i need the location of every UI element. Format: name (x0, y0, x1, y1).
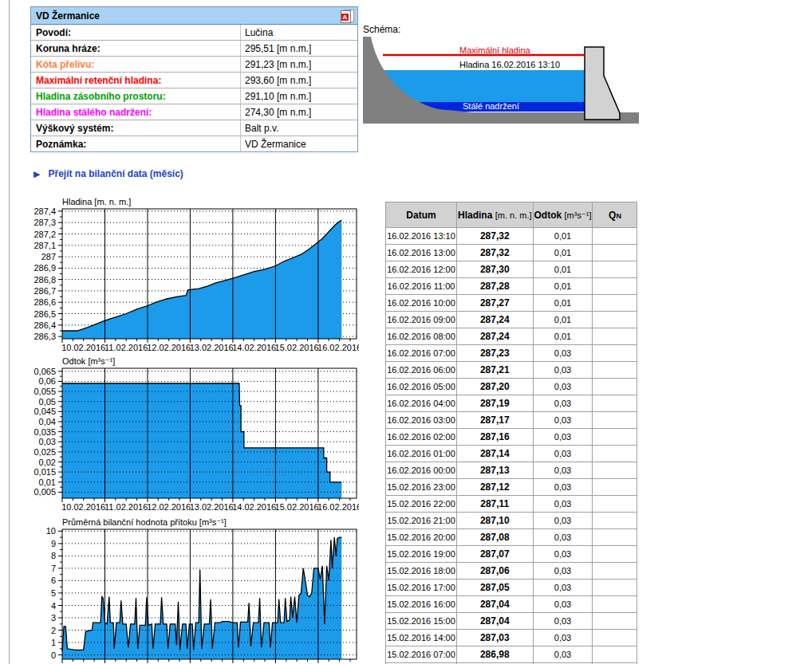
info-panel: VD Žermanice A Povodí: Lučina Koruna hrá… (30, 6, 358, 152)
svg-text:15.02.2016: 15.02.2016 (275, 343, 319, 352)
table-row: 15.02.2016 20:00 287,08 0,03 (386, 529, 637, 546)
table-row: 16.02.2016 12:00 287,30 0,01 (386, 261, 637, 278)
svg-text:0,04: 0,04 (39, 417, 56, 426)
current-level-label: Hladina 16.02.2016 13:10 (459, 60, 560, 69)
table-row: 15.02.2016 17:00 287,05 0,03 (386, 580, 637, 596)
svg-text:286,4: 286,4 (34, 320, 56, 330)
svg-text:0,045: 0,045 (34, 407, 56, 416)
info-value: 274,30 [m n.m.] (241, 107, 357, 118)
info-label: Maximální retenční hladina: (31, 73, 241, 88)
info-value: 295,51 [m n.m.] (241, 43, 357, 54)
info-value: VD Žermanice (241, 139, 357, 150)
col-header-datum: Datum (386, 202, 457, 228)
info-value: 291,10 [m n.m.] (241, 91, 357, 102)
svg-text:7: 7 (51, 564, 56, 573)
svg-text:287,4: 287,4 (34, 206, 56, 216)
info-row: Výškový systém: Balt p.v. (31, 120, 357, 136)
svg-text:14.02.2016: 14.02.2016 (232, 343, 276, 352)
svg-text:11.02.2016: 11.02.2016 (104, 343, 148, 352)
svg-text:12.02.2016: 12.02.2016 (147, 343, 191, 352)
dead-storage-label: Stálé nadržení (463, 101, 519, 111)
info-label: Poznámka: (31, 136, 241, 151)
info-row: Hladina zásobního prostoru: 291,10 [m n.… (31, 88, 357, 104)
pritok-chart: Průměrná bilanční hodnota přítoku [m³s⁻¹… (24, 517, 359, 664)
col-header-qn: QN (593, 202, 637, 228)
table-row: 16.02.2016 13:00 287,32 0,01 (386, 245, 637, 261)
svg-text:286,5: 286,5 (34, 309, 56, 319)
col-header-hladina: Hladina [m. n. m.] (457, 202, 534, 228)
svg-text:14.02.2016: 14.02.2016 (232, 502, 276, 512)
frame-divider (9, 0, 10, 664)
svg-text:287,1: 287,1 (34, 241, 56, 250)
table-row: 15.02.2016 07:00 286,98 0,03 (386, 646, 637, 663)
info-panel-header: VD Žermanice A (31, 7, 357, 25)
table-row: 16.02.2016 13:10 287,32 0,01 (386, 228, 637, 245)
svg-text:4: 4 (51, 601, 56, 611)
table-row: 15.02.2016 14:00 287,03 0,03 (386, 630, 637, 646)
page: VD Žermanice A Povodí: Lučina Koruna hrá… (0, 0, 812, 664)
table-row: 16.02.2016 11:00 287,28 0,01 (386, 278, 637, 295)
svg-text:0,05: 0,05 (39, 397, 56, 407)
table-row: 16.02.2016 08:00 287,24 0,01 (386, 328, 637, 345)
svg-text:8: 8 (51, 551, 56, 560)
table-row: 16.02.2016 02:00 287,16 0,03 (386, 429, 637, 446)
svg-text:0,02: 0,02 (39, 458, 56, 467)
panel-title: VD Žermanice (36, 10, 100, 22)
table-row: 15.02.2016 22:00 287,11 0,03 (386, 496, 637, 513)
svg-text:286,9: 286,9 (34, 263, 56, 273)
svg-text:286,7: 286,7 (34, 286, 56, 296)
triangle-right-icon: ▶ (34, 169, 40, 179)
svg-text:287,3: 287,3 (34, 218, 56, 227)
svg-text:13.02.2016: 13.02.2016 (190, 343, 234, 352)
svg-text:0,035: 0,035 (34, 427, 56, 437)
schema-caption: Schéma: (363, 24, 400, 35)
svg-text:0,055: 0,055 (34, 387, 56, 396)
table-row: 15.02.2016 18:00 287,06 0,03 (386, 563, 637, 580)
pritok-chart-plot: 10987654321010.02.201611.02.201612.02.20… (24, 517, 359, 664)
info-label: Kóta přelivu: (31, 57, 241, 72)
max-level-label: Maximální hladina (459, 45, 530, 55)
svg-text:286,8: 286,8 (34, 275, 56, 285)
svg-text:0,06: 0,06 (39, 376, 56, 386)
info-row: Povodí: Lučina (31, 25, 357, 40)
table-row: 16.02.2016 09:00 287,24 0,01 (386, 312, 637, 328)
info-row: Hladina stálého nadržení: 274,30 [m n.m.… (31, 104, 357, 120)
svg-text:15.02.2016: 15.02.2016 (275, 502, 319, 512)
info-row: Kóta přelivu: 291,23 [m n.m.] (31, 56, 357, 72)
info-row: Maximální retenční hladina: 293,60 [m n.… (31, 72, 357, 88)
table-row: 16.02.2016 10:00 287,27 0,01 (386, 295, 637, 312)
table-row: 16.02.2016 01:00 287,14 0,03 (386, 446, 637, 462)
bilance-link-label: Přejít na bilanční data (měsíc) (48, 168, 183, 179)
odtok-chart-plot: 0,0650,060,0550,050,0450,040,0350,030,02… (24, 356, 359, 512)
table-row: 16.02.2016 03:00 287,17 0,03 (386, 412, 637, 429)
info-row: Poznámka: VD Žermanice (31, 136, 357, 151)
svg-text:13.02.2016: 13.02.2016 (190, 502, 234, 512)
table-row: 16.02.2016 04:00 287,19 0,03 (386, 395, 637, 412)
info-value: Balt p.v. (241, 123, 357, 134)
measurements-table: Datum Hladina [m. n. m.] Odtok [m³s⁻¹] Q… (385, 202, 637, 664)
pdf-document-icon[interactable]: A (341, 10, 354, 22)
svg-text:0,03: 0,03 (39, 437, 56, 446)
svg-text:286,6: 286,6 (34, 297, 56, 307)
table-row: 16.02.2016 07:00 287,23 0,03 (386, 345, 637, 362)
table-header-row: Datum Hladina [m. n. m.] Odtok [m³s⁻¹] Q… (386, 202, 637, 228)
svg-text:0,005: 0,005 (34, 487, 56, 497)
svg-text:0,065: 0,065 (34, 367, 56, 376)
info-label: Koruna hráze: (31, 41, 241, 56)
table-row: 16.02.2016 05:00 287,20 0,03 (386, 379, 637, 395)
info-label: Hladina stálého nadržení: (31, 104, 241, 120)
svg-text:0,01: 0,01 (39, 477, 56, 487)
svg-text:16.02.2016: 16.02.2016 (317, 343, 359, 352)
svg-text:10: 10 (46, 526, 56, 536)
table-row: 15.02.2016 23:00 287,12 0,03 (386, 479, 637, 496)
dam-shape (585, 47, 620, 120)
info-value: 293,60 [m n.m.] (241, 75, 357, 86)
info-label: Povodí: (31, 25, 241, 40)
svg-text:12.02.2016: 12.02.2016 (147, 502, 191, 512)
bilance-link[interactable]: ▶ Přejít na bilanční data (měsíc) (34, 168, 183, 179)
odtok-chart: Odtok [m³s⁻¹] 0,0650,060,0550,050,0450,0… (24, 356, 359, 512)
info-value: Lučina (241, 27, 357, 38)
svg-text:287,2: 287,2 (34, 230, 56, 239)
info-value: 291,23 [m n.m.] (241, 59, 357, 70)
svg-text:3: 3 (51, 613, 56, 623)
